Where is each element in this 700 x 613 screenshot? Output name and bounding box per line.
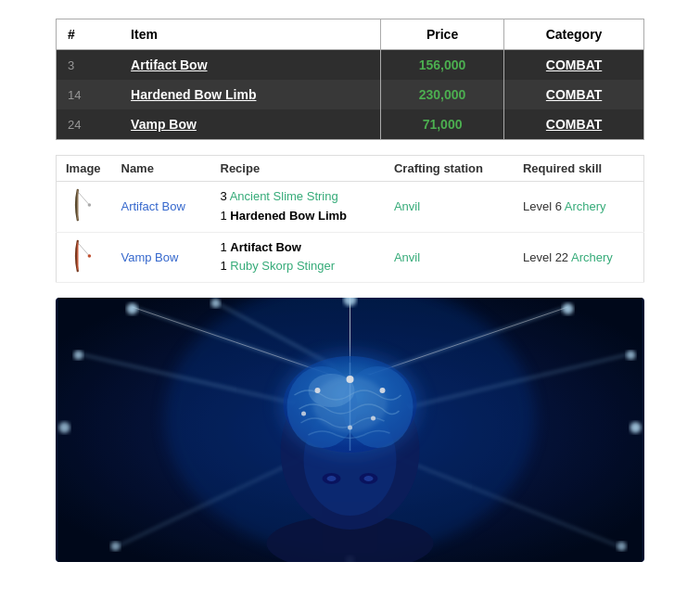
svg-point-5 <box>87 254 91 258</box>
recipe-line-2: 1 Hardened Bow Limb <box>221 207 375 226</box>
item-link[interactable]: Vamp Bow <box>131 117 197 132</box>
craft-name[interactable]: Artifact Bow <box>112 182 211 233</box>
craft-col-name: Name <box>112 156 211 182</box>
row-price: 230,000 <box>381 80 504 109</box>
skill-link[interactable]: Archery <box>571 250 613 264</box>
craft-col-station: Crafting station <box>385 156 514 182</box>
craft-station[interactable]: Anvil <box>385 232 514 283</box>
station-link[interactable]: Anvil <box>394 199 420 213</box>
recipe-bold-item: Artifact Bow <box>230 240 301 254</box>
table-row: 24 Vamp Bow 71,000 COMBAT <box>57 109 644 140</box>
row-price: 71,000 <box>381 109 504 140</box>
bow-icon <box>70 239 99 273</box>
recipe-qty: 1 <box>221 259 231 273</box>
table-row: 3 Artifact Bow 156,000 COMBAT <box>57 50 644 81</box>
craft-name-link[interactable]: Artifact Bow <box>121 199 185 213</box>
craft-table: Image Name Recipe Crafting station Requi… <box>56 155 644 283</box>
category-link[interactable]: COMBAT <box>546 57 602 72</box>
row-category[interactable]: COMBAT <box>504 80 644 109</box>
item-link[interactable]: Artifact Bow <box>131 57 207 72</box>
recipe-qty: 3 <box>221 189 230 203</box>
craft-image-cell <box>57 182 112 233</box>
row-category[interactable]: COMBAT <box>504 109 644 140</box>
brain-scene-svg <box>56 298 644 562</box>
price-table: # Item Price Category 3 Artifact Bow 156… <box>56 19 644 140</box>
row-item[interactable]: Artifact Bow <box>120 50 380 81</box>
craft-image-cell <box>57 232 112 283</box>
recipe-line-1: 3 Ancient Slime String <box>221 187 375 207</box>
row-category[interactable]: COMBAT <box>504 50 644 81</box>
row-num: 24 <box>57 109 121 140</box>
craft-col-recipe: Recipe <box>211 156 385 182</box>
craft-recipe: 1 Artifact Bow 1 Ruby Skorp Stinger <box>211 232 385 283</box>
craft-name-link[interactable]: Vamp Bow <box>121 250 179 264</box>
brain-image <box>56 298 644 562</box>
craft-col-image: Image <box>57 156 112 182</box>
row-num: 14 <box>57 80 121 109</box>
col-header-num: # <box>57 19 121 50</box>
craft-row: Vamp Bow 1 Artifact Bow 1 Ruby Skorp Sti… <box>57 232 644 283</box>
station-link[interactable]: Anvil <box>394 250 420 264</box>
recipe-bold-item: Hardened Bow Limb <box>230 209 347 223</box>
row-item[interactable]: Vamp Bow <box>120 109 380 140</box>
craft-name[interactable]: Vamp Bow <box>112 232 211 283</box>
skill-level: Level 6 <box>523 199 562 213</box>
item-link[interactable]: Hardened Bow Limb <box>131 87 256 102</box>
col-header-category: Category <box>504 19 644 50</box>
recipe-line-1: 1 Artifact Bow <box>221 238 375 258</box>
craft-skill: Level 6 Archery <box>514 182 644 233</box>
row-price: 156,000 <box>381 50 504 81</box>
skill-link[interactable]: Archery <box>565 199 606 213</box>
svg-rect-54 <box>58 298 643 562</box>
craft-row: Artifact Bow 3 Ancient Slime String 1 Ha… <box>57 182 644 233</box>
bow-icon <box>70 188 99 222</box>
col-header-price: Price <box>381 19 504 50</box>
recipe-item-link[interactable]: Ancient Slime String <box>230 189 338 203</box>
category-link[interactable]: COMBAT <box>546 87 602 102</box>
craft-recipe: 3 Ancient Slime String 1 Hardened Bow Li… <box>211 182 385 233</box>
col-header-item: Item <box>120 19 380 50</box>
craft-col-skill: Required skill <box>514 156 644 182</box>
table-row: 14 Hardened Bow Limb 230,000 COMBAT <box>57 80 644 109</box>
row-num: 3 <box>57 50 121 81</box>
svg-line-4 <box>78 242 90 255</box>
recipe-qty: 1 <box>221 240 231 254</box>
row-item[interactable]: Hardened Bow Limb <box>120 80 380 109</box>
recipe-qty: 1 <box>221 209 231 223</box>
recipe-line-2: 1 Ruby Skorp Stinger <box>221 257 375 276</box>
svg-line-1 <box>78 192 90 205</box>
category-link[interactable]: COMBAT <box>546 117 602 132</box>
svg-point-2 <box>87 203 91 207</box>
recipe-item-link[interactable]: Ruby Skorp Stinger <box>230 259 335 273</box>
skill-level: Level 22 <box>523 250 568 264</box>
craft-station[interactable]: Anvil <box>385 182 514 233</box>
craft-skill: Level 22 Archery <box>514 232 644 283</box>
